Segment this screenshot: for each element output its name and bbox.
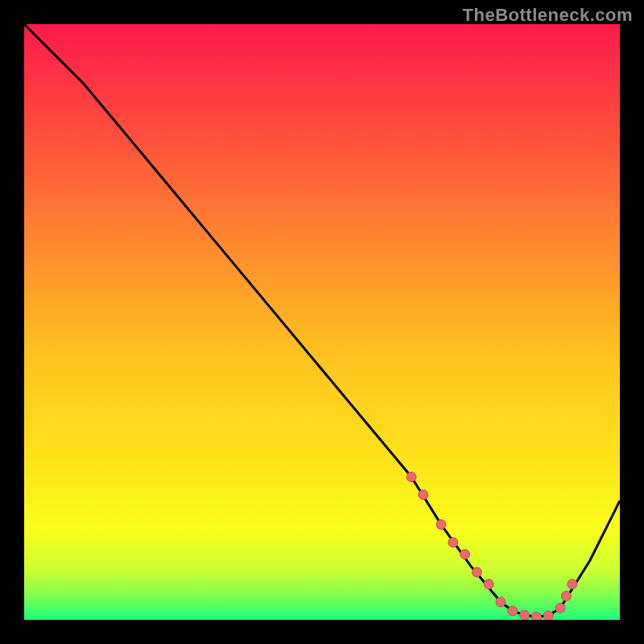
gradient-background bbox=[24, 24, 620, 620]
marker-dot bbox=[472, 568, 481, 577]
marker-dot bbox=[436, 520, 446, 530]
watermark-label: TheBottleneck.com bbox=[463, 5, 633, 26]
marker-dot bbox=[419, 490, 428, 500]
marker-dot bbox=[407, 472, 416, 481]
marker-dot bbox=[484, 580, 493, 589]
chart-frame: TheBottleneck.com bbox=[0, 0, 644, 644]
marker-dot bbox=[555, 603, 565, 613]
marker-dot bbox=[543, 611, 553, 620]
marker-dot bbox=[448, 538, 458, 547]
marker-dot bbox=[568, 580, 577, 589]
marker-dot bbox=[508, 606, 518, 616]
marker-dot bbox=[460, 550, 470, 559]
plot-svg bbox=[24, 24, 620, 620]
marker-dot bbox=[531, 612, 541, 620]
plot-area bbox=[24, 24, 620, 620]
marker-dot bbox=[561, 591, 571, 601]
marker-dot bbox=[520, 610, 530, 620]
marker-dot bbox=[496, 597, 506, 607]
